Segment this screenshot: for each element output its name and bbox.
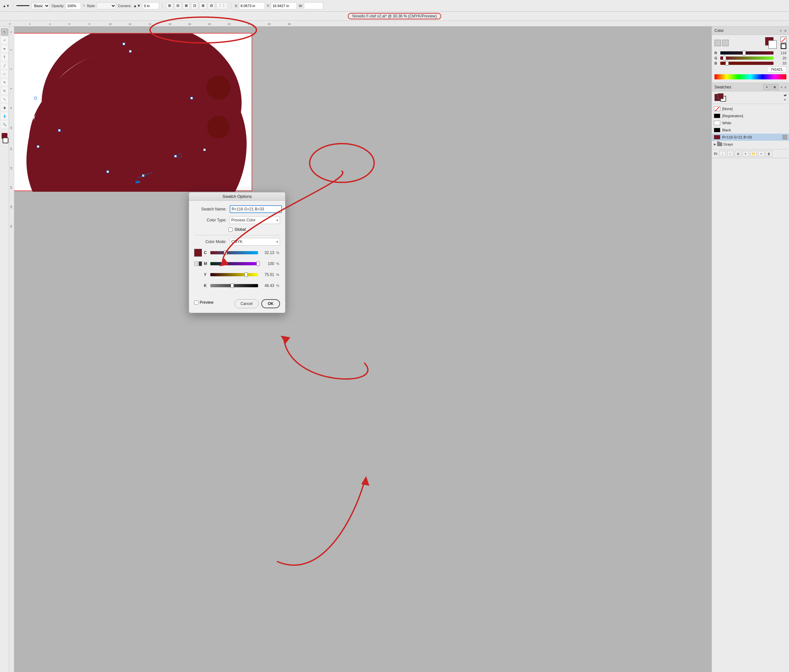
brush-tool[interactable]: ✎ [1, 79, 8, 86]
stroke-selector[interactable]: Basic [16, 2, 50, 10]
w-input[interactable] [304, 2, 323, 10]
swatch-new-btn[interactable]: + [758, 151, 765, 157]
anchor-2[interactable] [58, 129, 61, 132]
rect-tool[interactable]: □ [1, 70, 8, 77]
k-slider-track[interactable] [210, 284, 258, 287]
canvas-area[interactable]: 0 2 4 6 8 10 12 14 16 18 20 [9, 26, 712, 672]
swatches-bottom-toolbar: IN: ↓ ↕ ⊞ ≡ 📁 + 🗑 [712, 149, 789, 158]
b-thumb[interactable] [725, 61, 729, 66]
anchor-1[interactable] [123, 43, 125, 45]
anchor-8[interactable] [174, 155, 177, 157]
cancel-button[interactable]: Cancel [235, 299, 259, 308]
swatch-name-input[interactable] [230, 205, 282, 213]
reset-colors-icon[interactable]: ↩ [784, 98, 786, 101]
swatch-black[interactable]: Black [712, 126, 789, 134]
align-bottom-btn[interactable]: ⊟ [208, 2, 215, 10]
gradient-tool[interactable]: ◑ [1, 104, 8, 111]
pen-tool[interactable]: ✒ [1, 45, 8, 52]
align-top-btn[interactable]: ⊡ [191, 2, 198, 10]
color-spectrum[interactable] [714, 74, 786, 79]
color-panel-close[interactable]: × [779, 29, 782, 33]
rotate-tool[interactable]: ↻ [1, 87, 8, 94]
color-panel-menu[interactable]: ≡ [784, 29, 786, 33]
grays-group[interactable]: ▶ Grays [712, 141, 789, 148]
swap-icon[interactable]: ⇄ [784, 94, 786, 97]
swatch-edit-btn[interactable]: ≡ [743, 151, 749, 157]
anchor-4[interactable] [203, 149, 206, 151]
style-select[interactable] [97, 2, 116, 10]
corners-input[interactable] [142, 2, 159, 10]
r-slider-track[interactable] [720, 51, 773, 54]
swatch-custom[interactable]: R=116 G=21 B=33 [712, 134, 789, 141]
swatches-panel-close[interactable]: × [780, 85, 782, 89]
hex-input[interactable] [767, 67, 786, 72]
c-thumb[interactable] [224, 250, 227, 255]
align-right-btn[interactable]: ⊠ [182, 2, 190, 10]
fg-bg-colors[interactable] [765, 37, 777, 49]
y-thumb[interactable] [244, 272, 248, 277]
y-percent: % [276, 273, 280, 277]
g-slider-track[interactable] [720, 56, 773, 60]
type-tool[interactable]: T [1, 54, 8, 61]
anchor-6[interactable] [34, 97, 37, 99]
swatch-black-color [714, 128, 720, 132]
preview-checkbox[interactable] [194, 301, 198, 305]
anchor-11[interactable] [37, 145, 39, 148]
opacity-input[interactable] [65, 2, 81, 10]
x-input[interactable] [239, 2, 265, 10]
anchor-3[interactable] [136, 181, 138, 183]
y-input[interactable] [271, 2, 297, 10]
swatch-options-dialog[interactable]: Swatch Options Swatch Name: Color Type: … [189, 192, 286, 313]
select-tool[interactable]: ↖ [1, 29, 8, 35]
stroke-icon[interactable] [781, 43, 786, 49]
color-mode-icon2[interactable] [722, 40, 729, 46]
color-type-select-wrapper[interactable]: Process Color [230, 216, 280, 224]
ok-button[interactable]: OK [261, 299, 280, 308]
align-center-btn[interactable]: ⊟ [174, 2, 182, 10]
m-value: 100 [260, 261, 274, 266]
swatch-registration[interactable]: [Registration] [712, 112, 789, 119]
swatch-white[interactable]: White [712, 119, 789, 126]
color-mode-icon1[interactable] [714, 40, 721, 46]
anchor-7[interactable] [129, 50, 132, 53]
grid-btn[interactable]: ⋮⋮ [216, 2, 228, 10]
tool-selector[interactable]: ▲▼ [3, 4, 10, 8]
anchor-5[interactable] [190, 97, 193, 99]
b-slider-track[interactable] [720, 62, 773, 65]
c-slider-track[interactable] [210, 251, 258, 254]
line-tool[interactable]: ╱ [1, 62, 8, 69]
eyedropper-tool[interactable]: 💧 [1, 112, 8, 119]
m-slider-track[interactable] [210, 262, 258, 265]
swatch-none[interactable]: [None] [712, 105, 789, 112]
m-thumb[interactable] [256, 261, 260, 266]
swatch-grid-view-btn[interactable]: ⊞ [771, 84, 778, 90]
swatch-fill-box[interactable] [718, 93, 724, 99]
scale-tool[interactable]: ⤡ [1, 96, 8, 102]
zoom-tool[interactable]: 🔍 [1, 121, 8, 128]
r-thumb[interactable] [743, 51, 746, 55]
anchor-10[interactable] [107, 170, 109, 173]
color-type-select[interactable]: Process Color [230, 216, 280, 224]
swatch-list: [None] [Registration] White Black [712, 104, 789, 149]
m-lock-top [194, 261, 198, 266]
color-mode-select-wrapper[interactable]: CMYK [230, 238, 280, 246]
stroke-color-btn[interactable] [3, 138, 8, 143]
align-middle-btn[interactable]: ⊞ [200, 2, 207, 10]
swatch-folder-btn[interactable]: 📁 [750, 151, 757, 157]
swatch-list-view-btn[interactable]: ≡ [763, 84, 770, 90]
global-checkbox[interactable] [228, 227, 233, 232]
background-color[interactable] [768, 40, 777, 49]
align-left-btn[interactable]: ⊞ [166, 2, 173, 10]
direct-select-tool[interactable]: ↗ [1, 37, 8, 44]
swatch-delete-btn[interactable]: 🗑 [766, 151, 772, 157]
k-thumb[interactable] [231, 283, 234, 288]
stroke-style-select[interactable]: Basic [31, 2, 50, 10]
swatch-place-btn[interactable]: ↓ [719, 151, 726, 157]
swatches-panel-menu[interactable]: ≡ [784, 85, 786, 89]
g-thumb[interactable] [723, 56, 726, 60]
swatch-replace-btn[interactable]: ↕ [727, 151, 733, 157]
y-slider-track[interactable] [210, 273, 258, 276]
none-icon[interactable] [781, 37, 786, 43]
color-mode-select[interactable]: CMYK [230, 238, 280, 246]
swatch-library-btn[interactable]: ⊞ [735, 151, 741, 157]
